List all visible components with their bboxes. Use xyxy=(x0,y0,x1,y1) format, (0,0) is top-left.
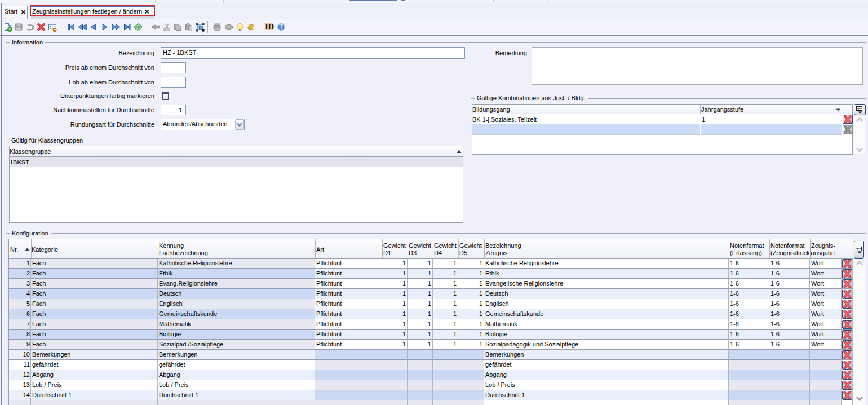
svg-text:?: ? xyxy=(280,24,283,30)
